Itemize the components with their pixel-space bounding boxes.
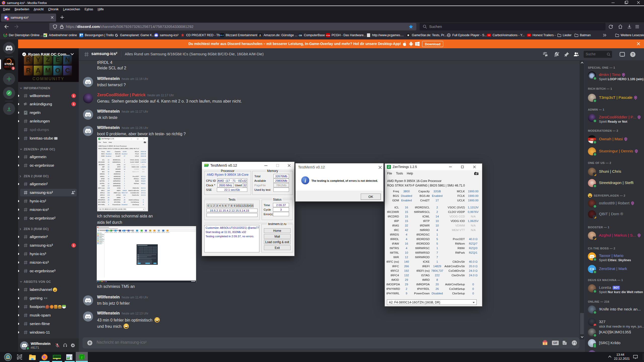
svg-text:?: ?	[632, 53, 634, 56]
svg-text:BLZ: BLZ	[220, 34, 224, 36]
svg-text:PCGH: PCGH	[326, 35, 330, 36]
svg-text:z: z	[81, 355, 83, 359]
svg-text:CB: CB	[299, 34, 302, 37]
